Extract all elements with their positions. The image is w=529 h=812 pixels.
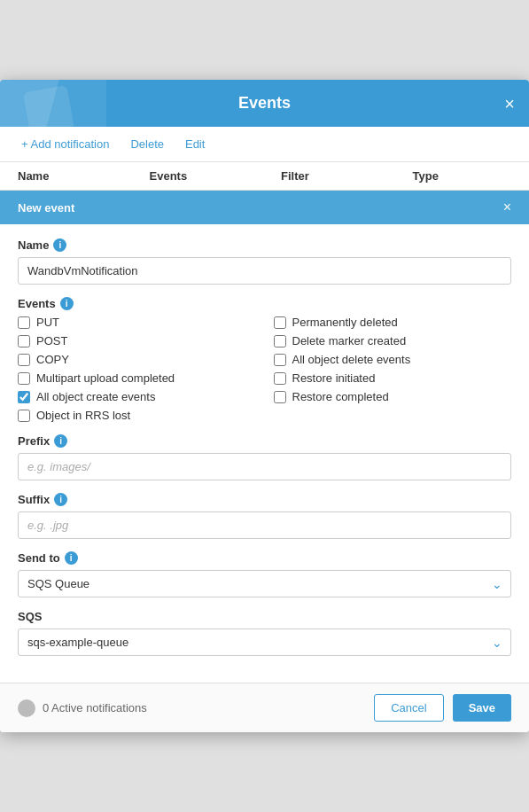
checkbox-restore-comp-label: Restore completed <box>292 390 389 403</box>
modal-header: Events × <box>0 80 529 127</box>
modal-footer: 0 Active notifications Cancel Save <box>0 683 529 732</box>
edit-button[interactable]: Edit <box>182 136 208 152</box>
suffix-info-icon[interactable]: i <box>54 493 67 506</box>
checkbox-perm-del-label: Permanently deleted <box>292 316 398 329</box>
checkbox-copy-input[interactable] <box>18 354 30 366</box>
sqs-select[interactable]: sqs-example-queue <box>18 629 511 656</box>
cancel-button[interactable]: Cancel <box>374 694 443 722</box>
checkbox-all-del-input[interactable] <box>274 354 286 366</box>
checkbox-del-marker-label: Delete marker created <box>292 334 407 347</box>
events-section: Events i PUT Permanently deleted POST <box>18 297 511 422</box>
active-count-label: 0 Active notifications <box>43 701 147 714</box>
checkbox-put-input[interactable] <box>18 316 30 329</box>
prefix-info-icon[interactable]: i <box>54 434 67 448</box>
send-to-select[interactable]: SQS Queue SNS Topic Lambda Function <box>18 570 511 597</box>
name-input[interactable] <box>18 257 511 285</box>
checkbox-post: POST <box>18 334 256 347</box>
active-notifications: 0 Active notifications <box>18 699 147 717</box>
checkbox-post-input[interactable] <box>18 335 30 347</box>
sqs-section: SQS sqs-example-queue ⌄ <box>18 610 511 656</box>
checkbox-all-del: All object delete events <box>274 353 512 366</box>
events-info-icon[interactable]: i <box>60 297 74 310</box>
new-event-row: New event × <box>0 191 529 224</box>
suffix-input[interactable] <box>18 511 511 539</box>
modal-title: Events <box>238 94 291 113</box>
sqs-label: SQS <box>18 610 511 623</box>
status-dot <box>18 699 35 717</box>
prefix-section: Prefix i <box>18 434 511 480</box>
checkbox-restore-init: Restore initiated <box>274 371 512 385</box>
checkbox-put: PUT <box>18 316 256 329</box>
checkbox-restore-init-input[interactable] <box>274 372 286 385</box>
checkbox-rrs-label: Object in RRS lost <box>36 409 130 422</box>
checkbox-all-del-label: All object delete events <box>292 353 411 366</box>
checkbox-copy: COPY <box>18 353 256 366</box>
name-section: Name i <box>18 238 511 285</box>
send-to-info-icon[interactable]: i <box>65 551 78 565</box>
table-header: Name Events Filter Type <box>0 162 529 191</box>
suffix-label: Suffix i <box>18 493 511 506</box>
save-button[interactable]: Save <box>453 694 511 722</box>
send-to-select-wrapper: SQS Queue SNS Topic Lambda Function ⌄ <box>18 570 511 597</box>
form-body: Name i Events i PUT Permanently delete <box>0 224 529 683</box>
checkbox-multipart-label: Multipart upload completed <box>36 371 175 385</box>
checkbox-multipart-input[interactable] <box>18 372 30 385</box>
send-to-section: Send to i SQS Queue SNS Topic Lambda Fun… <box>18 551 511 597</box>
toolbar: + Add notification Delete Edit <box>0 127 529 162</box>
checkbox-put-label: PUT <box>36 316 59 329</box>
delete-button[interactable]: Delete <box>127 136 167 152</box>
col-events: Events <box>150 169 282 183</box>
sqs-select-wrapper: sqs-example-queue ⌄ <box>18 629 511 656</box>
col-type: Type <box>413 169 511 183</box>
checkbox-rrs-input[interactable] <box>18 410 30 422</box>
checkbox-perm-del: Permanently deleted <box>274 316 512 329</box>
name-info-icon[interactable]: i <box>53 238 66 252</box>
checkbox-rrs: Object in RRS lost <box>18 409 256 422</box>
header-decoration <box>0 80 106 127</box>
new-event-label: New event <box>18 201 74 215</box>
checkbox-post-label: POST <box>36 334 67 347</box>
checkbox-multipart: Multipart upload completed <box>18 371 256 385</box>
suffix-section: Suffix i <box>18 493 511 539</box>
events-label: Events i <box>18 297 511 310</box>
footer-actions: Cancel Save <box>374 694 511 722</box>
checkbox-restore-comp: Restore completed <box>274 390 512 403</box>
new-event-close-button[interactable]: × <box>503 199 511 215</box>
checkbox-restore-init-label: Restore initiated <box>292 371 376 385</box>
col-name: Name <box>18 169 150 183</box>
checkbox-all-create: All object create events <box>18 390 256 403</box>
add-notification-button[interactable]: + Add notification <box>18 136 113 152</box>
checkbox-perm-del-input[interactable] <box>274 316 286 329</box>
modal-close-button[interactable]: × <box>504 95 515 113</box>
name-label: Name i <box>18 238 511 252</box>
checkbox-del-marker-input[interactable] <box>274 335 286 347</box>
col-filter: Filter <box>281 169 413 183</box>
checkbox-all-create-label: All object create events <box>36 390 155 403</box>
prefix-input[interactable] <box>18 453 511 480</box>
checkbox-restore-comp-input[interactable] <box>274 391 286 403</box>
send-to-label: Send to i <box>18 551 511 565</box>
prefix-label: Prefix i <box>18 434 511 448</box>
checkboxes-grid: PUT Permanently deleted POST Delete mark… <box>18 316 511 422</box>
events-modal: Events × + Add notification Delete Edit … <box>0 80 529 732</box>
checkbox-copy-label: COPY <box>36 353 69 366</box>
checkbox-all-create-input[interactable] <box>18 391 30 403</box>
checkbox-del-marker: Delete marker created <box>274 334 512 347</box>
